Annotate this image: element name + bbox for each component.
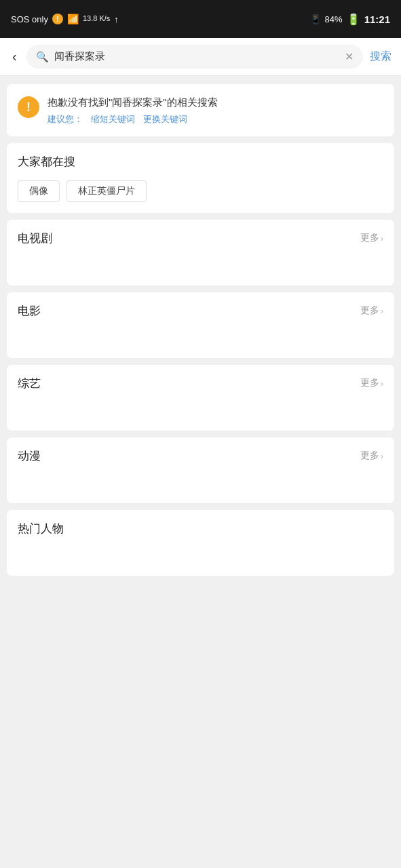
back-button[interactable]: ‹ (9, 46, 20, 67)
tv-more-button[interactable]: 更多 › (360, 232, 383, 244)
celebrity-section: 热门人物 (7, 510, 394, 576)
status-right: 📱 84% 🔋 11:21 (310, 13, 390, 26)
movie-section: 电影 更多 › (7, 292, 394, 358)
variety-section: 综艺 更多 › (7, 365, 394, 431)
tv-title: 电视剧 (18, 231, 52, 246)
sim-icon: 📱 (310, 14, 321, 24)
notice-subtitle: 建议您：缩短关键词更换关键词 (47, 113, 218, 125)
search-bar: ‹ 🔍 闻香探案录 ✕ 搜索 (0, 38, 401, 76)
celebrity-title: 热门人物 (18, 521, 64, 536)
tv-header: 电视剧 更多 › (18, 231, 383, 246)
variety-content (18, 399, 383, 420)
upload-icon: ↑ (114, 14, 119, 24)
notice-text: 抱歉没有找到"闻香探案录"的相关搜索 建议您：缩短关键词更换关键词 (47, 95, 218, 125)
movie-more-label: 更多 (360, 304, 379, 317)
search-input[interactable]: 闻香探案录 (54, 50, 339, 63)
movie-more-button[interactable]: 更多 › (360, 304, 383, 317)
movie-header: 电影 更多 › (18, 303, 383, 319)
anime-more-button[interactable]: 更多 › (360, 450, 383, 462)
suggestion-shorten[interactable]: 缩短关键词 (91, 114, 135, 124)
variety-chevron-icon: › (381, 378, 383, 389)
anime-section: 动漫 更多 › (7, 437, 394, 503)
tag-zombie[interactable]: 林正英僵尸片 (66, 180, 147, 202)
variety-title: 综艺 (18, 376, 41, 391)
warning-icon: ! (52, 14, 63, 24)
search-icon: 🔍 (36, 51, 49, 63)
trending-title: 大家都在搜 (18, 154, 75, 170)
search-button[interactable]: 搜索 (370, 50, 392, 64)
tv-chevron-icon: › (381, 233, 383, 243)
battery-icon: 🔋 (347, 13, 360, 26)
trending-tags: 偶像 林正英僵尸片 (18, 178, 383, 202)
status-bar: SOS only ! 📶 13.8 K/s ↑ 📱 84% 🔋 11:21 (0, 0, 401, 38)
search-input-wrapper: 🔍 闻香探案录 ✕ (26, 45, 363, 68)
time-display: 11:21 (364, 14, 390, 25)
variety-more-label: 更多 (360, 377, 379, 389)
tag-idol[interactable]: 偶像 (18, 180, 60, 202)
wifi-icon: 📶 (67, 14, 79, 24)
movie-title: 电影 (18, 303, 41, 319)
notice-subtitle-prefix: 建议您： (47, 114, 83, 124)
anime-content (18, 472, 383, 492)
tv-more-label: 更多 (360, 232, 379, 244)
anime-header: 动漫 更多 › (18, 448, 383, 464)
variety-header: 综艺 更多 › (18, 376, 383, 391)
sos-text: SOS only (11, 14, 48, 24)
suggestion-change[interactable]: 更换关键词 (143, 114, 187, 124)
content-area: ! 抱歉没有找到"闻香探案录"的相关搜索 建议您：缩短关键词更换关键词 大家都在… (0, 76, 401, 584)
tv-content (18, 254, 383, 275)
anime-title: 动漫 (18, 448, 41, 464)
anime-more-label: 更多 (360, 450, 379, 462)
clear-button[interactable]: ✕ (345, 50, 354, 63)
battery-percent: 84% (325, 14, 343, 24)
warning-icon: ! (18, 96, 39, 118)
movie-chevron-icon: › (381, 306, 383, 316)
movie-content (18, 327, 383, 347)
network-speed: 13.8 K/s (83, 14, 110, 23)
anime-chevron-icon: › (381, 451, 383, 461)
no-result-notice: ! 抱歉没有找到"闻香探案录"的相关搜索 建议您：缩短关键词更换关键词 (7, 84, 394, 136)
tv-section: 电视剧 更多 › (7, 220, 394, 285)
trending-section: 大家都在搜 偶像 林正英僵尸片 (7, 143, 394, 213)
trending-header: 大家都在搜 (18, 154, 383, 170)
celebrity-content (18, 545, 383, 565)
celebrity-header: 热门人物 (18, 521, 383, 536)
notice-title: 抱歉没有找到"闻香探案录"的相关搜索 (47, 95, 218, 111)
status-left: SOS only ! 📶 13.8 K/s ↑ (11, 14, 119, 24)
variety-more-button[interactable]: 更多 › (360, 377, 383, 389)
